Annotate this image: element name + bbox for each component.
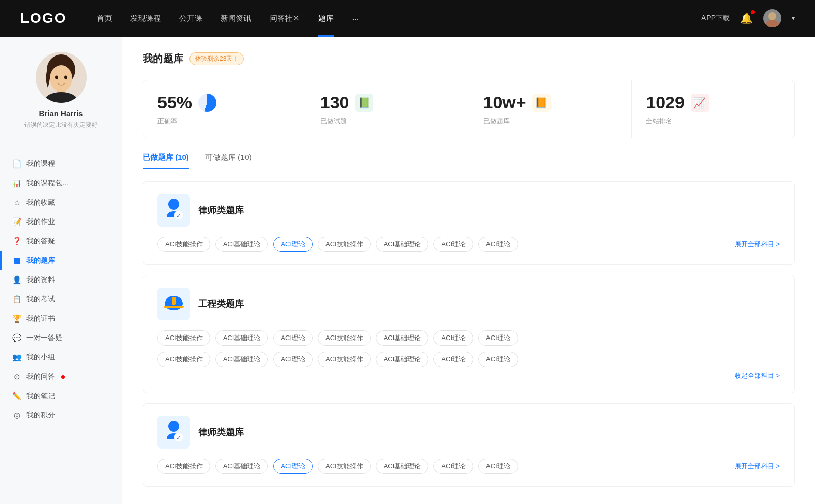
- bank-card-3-header: ✓ 律师类题库: [157, 416, 780, 449]
- sidebar-item-label: 我的资料: [26, 275, 55, 285]
- sidebar: Brian Harris 错误的决定比没有决定要好 📄 我的课程 📊 我的课程包…: [0, 37, 122, 504]
- sidebar-item-one-on-one[interactable]: 💬 一对一答疑: [0, 328, 122, 348]
- tag[interactable]: ACI基础理论: [376, 352, 429, 367]
- tag[interactable]: ACI理论: [478, 352, 518, 367]
- bank-3-expand-link[interactable]: 展开全部科目 >: [735, 462, 780, 471]
- stat-top: 55%: [157, 93, 291, 113]
- sidebar-item-my-qa[interactable]: ❓ 我的答疑: [0, 232, 122, 251]
- tab-available-banks[interactable]: 可做题库 (10): [205, 153, 252, 169]
- tag[interactable]: ACI理论: [478, 459, 518, 474]
- tag[interactable]: ACI基础理论: [215, 459, 268, 474]
- tag[interactable]: ACI技能操作: [318, 352, 371, 367]
- sidebar-item-my-data[interactable]: 👤 我的资料: [0, 270, 122, 290]
- nav-more[interactable]: ···: [352, 14, 359, 23]
- stat-rank-value: 1029: [646, 93, 685, 113]
- dot-badge: [61, 375, 65, 379]
- tag[interactable]: ACI基础理论: [376, 459, 429, 474]
- sidebar-item-label: 我的小组: [26, 353, 55, 362]
- app-download[interactable]: APP下载: [701, 14, 730, 23]
- bank-2-title: 工程类题库: [198, 298, 244, 310]
- tab-done-banks[interactable]: 已做题库 (10): [143, 153, 189, 169]
- sidebar-item-label: 我的积分: [26, 411, 55, 420]
- sidebar-item-label: 我的考试: [26, 295, 55, 304]
- tag[interactable]: ACI基础理论: [376, 330, 429, 346]
- tag[interactable]: ACI理论: [273, 330, 313, 346]
- tag[interactable]: ACI理论: [433, 237, 473, 252]
- page-title: 我的题库: [143, 52, 183, 66]
- svg-rect-16: [172, 297, 176, 305]
- tag[interactable]: ACI技能操作: [318, 459, 371, 474]
- engineer-svg-icon: [159, 290, 188, 318]
- sidebar-motto: 错误的决定比没有决定要好: [14, 121, 108, 129]
- tag[interactable]: ACI基础理论: [215, 237, 268, 252]
- sidebar-item-my-notes[interactable]: ✏️ 我的笔记: [0, 386, 122, 406]
- tag[interactable]: ACI技能操作: [157, 352, 210, 367]
- nav-news[interactable]: 新闻资讯: [221, 14, 251, 23]
- bell-icon[interactable]: 🔔: [740, 12, 753, 24]
- sidebar-item-my-group[interactable]: 👥 我的小组: [0, 348, 122, 367]
- tag[interactable]: ACI基础理论: [215, 352, 268, 367]
- stat-done-questions: 130 📗 已做试题: [306, 80, 469, 138]
- tag-active[interactable]: ACI理论: [273, 459, 313, 474]
- tag[interactable]: ACI理论: [478, 237, 518, 252]
- bank-1-title: 律师类题库: [198, 204, 244, 216]
- tag[interactable]: ACI技能操作: [157, 459, 210, 474]
- stat-accuracy-label: 正确率: [157, 117, 291, 126]
- bank-2-icon: [157, 288, 190, 320]
- bank-1-expand-link[interactable]: 展开全部科目 >: [735, 240, 780, 249]
- nav-opencourse[interactable]: 公开课: [179, 14, 202, 23]
- tag[interactable]: ACI基础理论: [215, 330, 268, 346]
- tag[interactable]: ACI技能操作: [157, 330, 210, 346]
- sidebar-item-label: 我的证书: [26, 314, 55, 323]
- grid-icon: ▦: [12, 256, 21, 265]
- bank-2-tags-row2: ACI技能操作 ACI基础理论 ACI理论 ACI技能操作 ACI基础理论 AC…: [157, 352, 780, 367]
- sidebar-item-my-bank[interactable]: ▦ 我的题库: [0, 251, 122, 270]
- nav-bank[interactable]: 题库: [318, 14, 334, 23]
- tag[interactable]: ACI技能操作: [318, 330, 371, 346]
- user-avatar-nav[interactable]: [763, 9, 781, 27]
- tag[interactable]: ACI理论: [433, 330, 473, 346]
- file-icon: 📋: [12, 295, 21, 304]
- sidebar-avatar: [36, 52, 87, 103]
- tag[interactable]: ACI理论: [478, 330, 518, 346]
- task-icon: 📝: [12, 217, 21, 227]
- nav-dropdown-arrow[interactable]: ▾: [792, 15, 795, 22]
- bank-1-icon: ✓: [157, 194, 190, 227]
- trial-badge: 体验剩余23天！: [189, 52, 244, 65]
- tag-active[interactable]: ACI理论: [273, 237, 313, 252]
- nav-home[interactable]: 首页: [97, 14, 112, 23]
- bank-3-icon: ✓: [157, 416, 190, 449]
- sidebar-item-my-points[interactable]: ◎ 我的积分: [0, 406, 122, 425]
- sidebar-item-my-courses[interactable]: 📄 我的课程: [0, 154, 122, 174]
- tag[interactable]: ACI技能操作: [157, 237, 210, 252]
- stat-accuracy-value: 55%: [157, 93, 192, 113]
- bank-card-3: ✓ 律师类题库 ACI技能操作 ACI基础理论 ACI理论 ACI技能操作 AC…: [143, 403, 795, 487]
- svg-point-8: [64, 76, 67, 79]
- tag[interactable]: ACI理论: [433, 459, 473, 474]
- tag[interactable]: ACI理论: [273, 352, 313, 367]
- sidebar-item-course-package[interactable]: 📊 我的课程包...: [0, 174, 122, 193]
- stat-accuracy: 55% 正确率: [143, 80, 306, 138]
- bank-card-1-header: ✓ 律师类题库: [157, 194, 780, 227]
- stat-done-b-label: 已做题库: [483, 117, 617, 126]
- nav-courses[interactable]: 发现课程: [130, 14, 161, 23]
- points-icon: ◎: [12, 411, 21, 420]
- sidebar-item-my-exam[interactable]: 📋 我的考试: [0, 290, 122, 309]
- tag[interactable]: ACI理论: [433, 352, 473, 367]
- tag[interactable]: ACI基础理论: [376, 237, 429, 252]
- doc-orange-icon: 📙: [532, 94, 551, 112]
- svg-text:✓: ✓: [176, 434, 181, 441]
- sidebar-profile: Brian Harris 错误的决定比没有决定要好: [0, 52, 122, 139]
- stat-top: 10w+ 📙: [483, 93, 617, 113]
- sidebar-item-my-cert[interactable]: 🏆 我的证书: [0, 309, 122, 328]
- lawyer-svg-icon: ✓: [159, 196, 188, 225]
- bank-3-title: 律师类题库: [198, 426, 244, 438]
- collapse-button[interactable]: 收起全部科目 >: [735, 371, 780, 380]
- tag[interactable]: ACI技能操作: [318, 237, 371, 252]
- sidebar-item-favorites[interactable]: ☆ 我的收藏: [0, 193, 122, 212]
- qmark-icon: ⊙: [12, 372, 21, 381]
- sidebar-item-homework[interactable]: 📝 我的作业: [0, 212, 122, 232]
- bank-card-2: 工程类题库 ACI技能操作 ACI基础理论 ACI理论 ACI技能操作 ACI基…: [143, 275, 795, 393]
- nav-qa[interactable]: 问答社区: [269, 14, 300, 23]
- sidebar-item-my-questions[interactable]: ⊙ 我的问答: [0, 367, 122, 386]
